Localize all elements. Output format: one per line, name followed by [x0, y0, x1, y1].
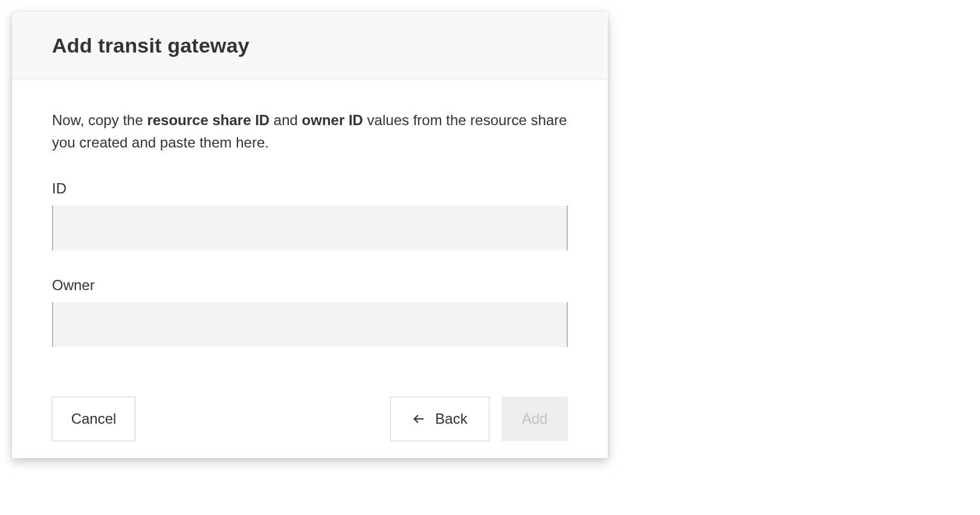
instructions-pre: Now, copy the — [52, 112, 147, 128]
owner-label: Owner — [52, 277, 568, 294]
cancel-button[interactable]: Cancel — [52, 397, 135, 441]
modal-header: Add transit gateway — [12, 12, 608, 80]
id-label: ID — [52, 180, 568, 197]
instructions-bold-owner-id: owner ID — [302, 112, 363, 128]
add-button-label: Add — [522, 410, 548, 427]
id-input[interactable] — [52, 206, 568, 250]
modal-body: Now, copy the resource share ID and owne… — [12, 80, 608, 386]
cancel-button-label: Cancel — [71, 410, 117, 427]
modal-title: Add transit gateway — [52, 34, 568, 57]
footer-right-group: Back Add — [390, 397, 568, 441]
back-button-label: Back — [435, 410, 467, 427]
modal-footer: Cancel Back Add — [12, 386, 608, 458]
instructions-text: Now, copy the resource share ID and owne… — [52, 109, 568, 154]
instructions-bold-resource-share-id: resource share ID — [147, 112, 269, 128]
instructions-mid: and — [269, 112, 301, 128]
arrow-left-icon — [412, 412, 425, 426]
add-button[interactable]: Add — [501, 397, 568, 441]
owner-input[interactable] — [52, 302, 568, 347]
back-button[interactable]: Back — [390, 397, 489, 441]
field-block-id: ID — [52, 180, 568, 250]
add-transit-gateway-modal: Add transit gateway Now, copy the resour… — [12, 12, 608, 458]
field-block-owner: Owner — [52, 277, 568, 347]
